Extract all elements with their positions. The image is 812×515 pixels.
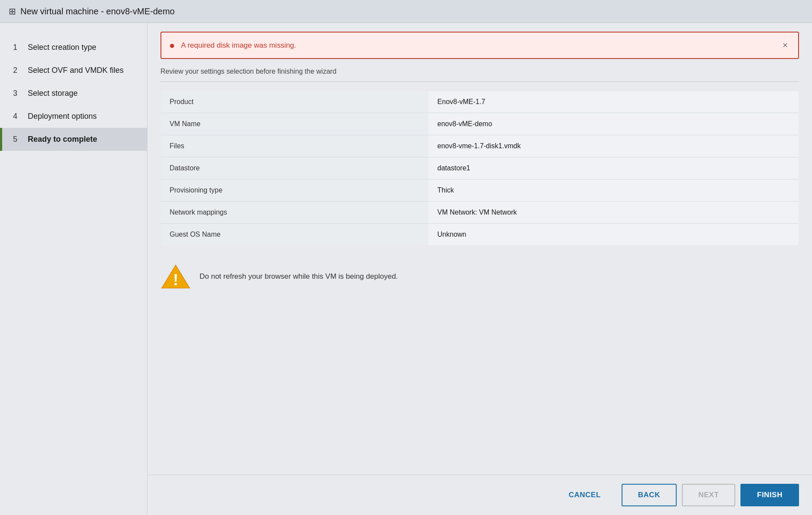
table-row: Datastore datastore1	[161, 157, 799, 179]
error-banner: ● A required disk image was missing. ×	[160, 32, 799, 59]
warning-text: Do not refresh your browser while this V…	[200, 272, 398, 281]
vm-icon: ⊞	[9, 6, 16, 16]
table-cell-value: enov8-vME-demo	[429, 113, 799, 135]
panel-body: ● A required disk image was missing. × R…	[147, 23, 812, 475]
next-button[interactable]: NEXT	[682, 484, 735, 506]
sidebar-item-number-2: 2	[13, 66, 22, 75]
sidebar-item-4[interactable]: 4 Deployment options	[0, 105, 147, 128]
warning-icon: !	[160, 263, 191, 290]
cancel-button[interactable]: CANCEL	[553, 485, 616, 505]
table-cell-label: Datastore	[161, 157, 429, 179]
table-row: Guest OS Name Unknown	[161, 224, 799, 246]
table-cell-value: enov8-vme-1.7-disk1.vmdk	[429, 135, 799, 157]
warning-block: ! Do not refresh your browser while this…	[160, 259, 799, 294]
sidebar-item-label-4: Deployment options	[28, 112, 97, 121]
table-cell-label: Guest OS Name	[161, 224, 429, 246]
table-row: VM Name enov8-vME-demo	[161, 113, 799, 135]
sidebar-item-number-5: 5	[13, 135, 22, 144]
table-cell-value: Thick	[429, 179, 799, 202]
back-button[interactable]: BACK	[622, 484, 677, 506]
summary-table: Product Enov8-vME-1.7 VM Name enov8-vME-…	[160, 91, 799, 246]
table-cell-value: VM Network: VM Network	[429, 202, 799, 224]
sidebar-item-number-3: 3	[13, 89, 22, 98]
table-cell-label: Files	[161, 135, 429, 157]
dialog-title: New virtual machine - enov8-vME-demo	[20, 7, 175, 16]
svg-text:!: !	[173, 271, 178, 289]
sidebar-item-label-5: Ready to complete	[28, 135, 97, 144]
footer: CANCEL BACK NEXT FINISH	[147, 475, 812, 515]
finish-button[interactable]: FINISH	[740, 484, 799, 506]
sidebar-item-label-1: Select creation type	[28, 43, 96, 52]
table-cell-label: Provisioning type	[161, 179, 429, 202]
table-row: Product Enov8-vME-1.7	[161, 91, 799, 113]
sidebar-item-label-2: Select OVF and VMDK files	[28, 66, 124, 75]
table-row: Files enov8-vme-1.7-disk1.vmdk	[161, 135, 799, 157]
main-content: 1 Select creation type 2 Select OVF and …	[0, 23, 812, 515]
sidebar-item-5[interactable]: 5 Ready to complete	[0, 128, 147, 151]
right-panel: ● A required disk image was missing. × R…	[147, 23, 812, 515]
table-cell-label: VM Name	[161, 113, 429, 135]
sidebar-item-2[interactable]: 2 Select OVF and VMDK files	[0, 59, 147, 82]
sidebar-item-number-4: 4	[13, 112, 22, 121]
table-row: Provisioning type Thick	[161, 179, 799, 202]
error-icon: ●	[169, 40, 175, 51]
table-cell-value: Unknown	[429, 224, 799, 246]
table-cell-label: Network mappings	[161, 202, 429, 224]
sidebar-item-number-1: 1	[13, 43, 22, 52]
title-bar: ⊞ New virtual machine - enov8-vME-demo	[0, 0, 812, 23]
sidebar-item-1[interactable]: 1 Select creation type	[0, 36, 147, 59]
table-cell-value: datastore1	[429, 157, 799, 179]
table-row: Network mappings VM Network: VM Network	[161, 202, 799, 224]
table-cell-value: Enov8-vME-1.7	[429, 91, 799, 113]
sidebar: 1 Select creation type 2 Select OVF and …	[0, 23, 147, 515]
error-message: A required disk image was missing.	[181, 41, 774, 50]
error-close-button[interactable]: ×	[780, 39, 790, 51]
sidebar-item-3[interactable]: 3 Select storage	[0, 82, 147, 105]
sidebar-item-label-3: Select storage	[28, 89, 78, 98]
table-cell-label: Product	[161, 91, 429, 113]
review-text: Review your settings selection before fi…	[160, 68, 799, 82]
